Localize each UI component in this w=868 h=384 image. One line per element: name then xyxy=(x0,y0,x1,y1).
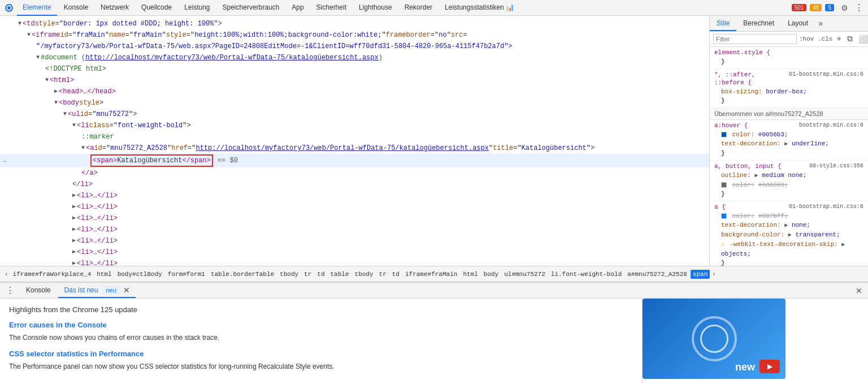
breadcrumb-tr[interactable]: tr xyxy=(302,270,314,279)
warning-badge: 48 xyxy=(810,4,822,11)
dom-line-11[interactable]: ::marker xyxy=(0,131,709,143)
dom-line-li-6[interactable]: ▶ <li> … </li> xyxy=(0,235,709,247)
toggle-arrow[interactable]: ▼ xyxy=(18,19,21,29)
video-play-button[interactable]: ▶ xyxy=(760,360,780,373)
dom-line-li-2[interactable]: ▶ <li> … </li> xyxy=(0,190,709,201)
new-rule-icon[interactable]: ⧉ xyxy=(845,34,854,44)
dom-line-4[interactable]: ▼ #document (http://localhost/myfactory7… xyxy=(0,52,709,63)
tab-lighthouse[interactable]: Lighthouse xyxy=(353,0,398,16)
styles-close-brace: } xyxy=(714,57,863,66)
color-swatch xyxy=(721,182,727,188)
toggle-arrow[interactable]: ▶ xyxy=(54,87,58,97)
tab-speicherverbrauch[interactable]: Speicherverbrauch xyxy=(217,0,285,16)
close-tab-icon[interactable]: ✕ xyxy=(123,286,130,295)
dom-line-6[interactable]: ▼ <html> xyxy=(0,75,709,86)
breadcrumb-td[interactable]: td xyxy=(315,270,327,279)
toggle-arrow[interactable]: ▶ xyxy=(72,225,76,235)
breadcrumb-html[interactable]: html xyxy=(94,270,114,279)
tab-das-ist-neu[interactable]: Das ist neu neu ✕ xyxy=(58,283,135,298)
tab-leistungsstatistiken[interactable]: Leistungsstatistiken 📊 xyxy=(439,0,520,16)
breadcrumb-li[interactable]: li.font-weight-bold xyxy=(549,270,624,279)
console-menu-icon[interactable]: ⋮ xyxy=(2,285,18,296)
breadcrumb-scroll-right[interactable]: › xyxy=(710,271,718,278)
toggle-arrow[interactable]: ▶ xyxy=(72,247,76,257)
video-thumbnail[interactable]: new ▶ xyxy=(643,299,785,379)
breadcrumb-td2[interactable]: td xyxy=(390,270,402,279)
breadcrumb-scroll-left[interactable]: ‹ xyxy=(2,271,11,278)
feature-title-2: CSS selector statistics in Performance xyxy=(9,350,633,358)
breadcrumb-iframe-framain[interactable]: iframe#fraMain xyxy=(403,270,459,279)
toggle-arrow[interactable]: ▶ xyxy=(72,191,76,201)
dom-line-li-5[interactable]: ▶ <li> … </li> xyxy=(0,224,709,235)
styles-rule-element: element.style { } xyxy=(710,47,868,69)
dom-line-2[interactable]: ▼ <iframe id="fraMain" name="fraMain" st… xyxy=(0,29,709,41)
breadcrumb-table[interactable]: table.borderTable xyxy=(209,270,276,279)
tab-sicherheit[interactable]: Sicherheit xyxy=(311,0,352,16)
breadcrumb-body[interactable]: body#ctlBody xyxy=(115,270,164,279)
toggle-arrow[interactable]: ▼ xyxy=(54,98,58,108)
console-toolbar: ⋮ Konsole Das ist neu neu ✕ ✕ xyxy=(0,283,868,299)
dom-line-close-li[interactable]: </li> xyxy=(0,179,709,190)
toggle-arrow[interactable]: ▼ xyxy=(72,120,76,131)
dom-line-3[interactable]: "/myfactory73/web/Portal-wfData-75/web.a… xyxy=(0,41,709,52)
breadcrumb-tbody[interactable]: tbody xyxy=(277,270,301,279)
dom-line-selected[interactable]: … <span>Katalogübersicht</span> == $0 xyxy=(0,154,709,167)
breadcrumb-html2[interactable]: html xyxy=(461,270,480,279)
hov-cls-label[interactable]: :hov .cls xyxy=(799,36,832,42)
toggle-arrow[interactable]: ▼ xyxy=(27,30,31,40)
toggle-arrow[interactable]: ▼ xyxy=(45,75,49,85)
dom-line-5[interactable]: <!DOCTYPE html> xyxy=(0,63,709,75)
dom-line-li-8[interactable]: ▶ <li> … </li> xyxy=(0,258,709,266)
dom-line-10[interactable]: ▼ <li class="font-weight-bold"> xyxy=(0,120,709,131)
tab-quellcode[interactable]: Quellcode xyxy=(136,0,177,16)
dom-line-li-4[interactable]: ▶ <li> … </li> xyxy=(0,213,709,224)
tab-leistung[interactable]: Leistung xyxy=(179,0,215,16)
inspect-node-icon[interactable]: ⬜ xyxy=(857,34,868,44)
breadcrumb-table2[interactable]: table xyxy=(328,270,351,279)
dom-line-8[interactable]: ▼ <body style> xyxy=(0,97,709,109)
dom-line-li-7[interactable]: ▶ <li> … </li> xyxy=(0,247,709,258)
dom-line-close-a[interactable]: </a> xyxy=(0,167,709,179)
breadcrumb-span[interactable]: span xyxy=(691,270,710,279)
console-close-panel-icon[interactable]: ✕ xyxy=(852,284,866,297)
dom-line-li-3[interactable]: ▶ <li> … </li> xyxy=(0,201,709,213)
selected-element-highlight: <span>Katalogübersicht</span> xyxy=(90,154,213,167)
main-content: ▼ <td style="border: 1px dotted #DDD; he… xyxy=(0,16,868,266)
toggle-arrow[interactable]: ▶ xyxy=(72,213,76,223)
dom-line-1[interactable]: ▼ <td style="border: 1px dotted #DDD; he… xyxy=(0,18,709,29)
breadcrumb-a[interactable]: a#mnu75272_A2528 xyxy=(625,270,689,279)
dom-line-12[interactable]: ▼ <a id="mnu75272_A2528" href="http://lo… xyxy=(0,143,709,154)
tab-konsole[interactable]: Konsole xyxy=(58,0,94,16)
dom-panel[interactable]: ▼ <td style="border: 1px dotted #DDD; he… xyxy=(0,16,710,266)
breadcrumb-body2[interactable]: body xyxy=(481,270,501,279)
tab-konsole-console[interactable]: Konsole xyxy=(20,284,56,297)
more-menu-button[interactable]: ⋮ xyxy=(852,1,866,15)
breadcrumb-tbody2[interactable]: tbody xyxy=(353,270,376,279)
tab-elemente[interactable]: Elemente xyxy=(17,0,57,16)
tab-rekorder[interactable]: Rekorder xyxy=(399,0,438,16)
tab-netzwerk[interactable]: Netzwerk xyxy=(95,0,134,16)
styles-selector: a, button, input { 08-style.css:356 xyxy=(714,163,863,170)
toggle-arrow[interactable]: ▶ xyxy=(72,236,76,246)
tab-app[interactable]: App xyxy=(286,0,309,16)
dom-line-7[interactable]: ▶ <head> … </head> xyxy=(0,86,709,97)
breadcrumb-iframe-fraworkplace[interactable]: iframe#fraWorkplace_4 xyxy=(11,270,94,279)
tab-stile[interactable]: Stile xyxy=(710,16,736,31)
toggle-arrow[interactable]: ▼ xyxy=(36,53,40,63)
breadcrumb-tr2[interactable]: tr xyxy=(377,270,389,279)
tab-layout[interactable]: Layout xyxy=(781,16,815,31)
tab-berechnet[interactable]: Berechnet xyxy=(736,16,781,31)
breadcrumb-form[interactable]: form#form1 xyxy=(166,270,207,279)
toggle-arrow[interactable]: ▶ xyxy=(72,202,76,212)
styles-source: 01-bootstrap.min.css:6 xyxy=(789,71,863,77)
breadcrumb-ul[interactable]: ul#mnu75272 xyxy=(502,270,548,279)
toggle-arrow[interactable]: ▶ xyxy=(72,258,76,266)
dom-line-9[interactable]: ▼ <ul id="mnu75272"> xyxy=(0,109,709,120)
settings-button[interactable]: ⚙ xyxy=(837,1,851,15)
add-style-icon[interactable]: + xyxy=(835,34,843,44)
devtools-logo[interactable] xyxy=(2,1,16,15)
styles-more-button[interactable]: » xyxy=(815,16,826,31)
toggle-arrow[interactable]: ▼ xyxy=(81,143,85,153)
toggle-arrow[interactable]: ▼ xyxy=(63,109,67,119)
styles-filter-input[interactable] xyxy=(713,34,797,44)
